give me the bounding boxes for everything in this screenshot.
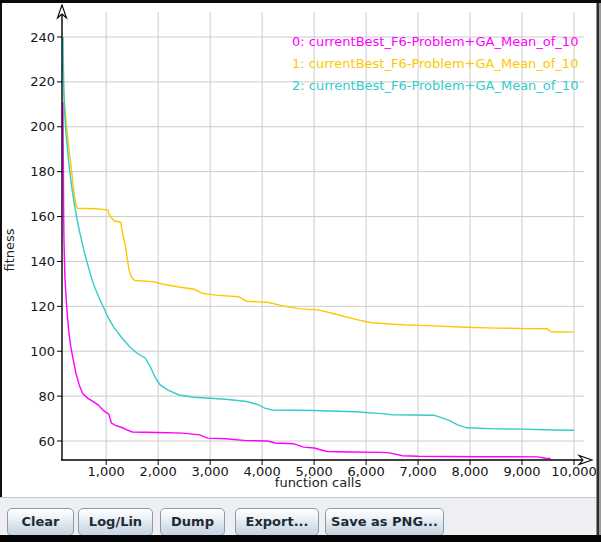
window-frame-left (0, 3, 2, 497)
y-tick-label: 240 (30, 30, 55, 45)
ticks-group: 1,0002,0003,0004,0005,0006,0007,0008,000… (30, 30, 596, 480)
chart-canvas: 1,0002,0003,0004,0005,0006,0007,0008,000… (2, 3, 596, 497)
clear-button[interactable]: Clear (7, 508, 74, 536)
series-line-2 (63, 37, 574, 430)
y-tick-label: 80 (38, 389, 55, 404)
series-group (63, 37, 574, 459)
y-tick-label: 140 (30, 254, 55, 269)
x-tick-label: 2,000 (140, 464, 177, 479)
export-button[interactable]: Export... (235, 508, 319, 536)
y-tick-label: 220 (30, 74, 55, 89)
y-tick-label: 200 (30, 119, 55, 134)
legend-item-2: 2: currentBest_F6-Problem+GA_Mean_of_10 (292, 78, 578, 93)
save-as-png-button[interactable]: Save as PNG... (325, 508, 444, 536)
y-tick-label: 160 (30, 209, 55, 224)
y-tick-label: 120 (30, 299, 55, 314)
x-tick-label: 8,000 (451, 464, 488, 479)
x-tick-label: 1,000 (88, 464, 125, 479)
x-tick-label: 7,000 (399, 464, 436, 479)
x-tick-label: 9,000 (503, 464, 540, 479)
window-frame-right (596, 3, 601, 536)
y-tick-label: 100 (30, 344, 55, 359)
legend-item-1: 1: currentBest_F6-Problem+GA_Mean_of_10 (292, 56, 578, 71)
y-axis-title: fitness (2, 228, 17, 271)
x-tick-label: 10,000 (551, 464, 596, 479)
y-tick-label: 60 (38, 434, 55, 449)
y-tick-label: 180 (30, 164, 55, 179)
chart-panel: 1,0002,0003,0004,0005,0006,0007,0008,000… (2, 3, 596, 497)
series-line-1 (63, 64, 574, 332)
dump-button[interactable]: Dump (160, 508, 225, 536)
plot-window: 1,0002,0003,0004,0005,0006,0007,0008,000… (0, 0, 601, 542)
window-frame-top (0, 0, 601, 3)
x-tick-label: 3,000 (192, 464, 229, 479)
log-lin-button[interactable]: Log/Lin (78, 508, 153, 536)
x-axis-title: function calls (275, 475, 362, 490)
window-frame-bottom (0, 535, 601, 542)
legend-item-0: 0: currentBest_F6-Problem+GA_Mean_of_10 (292, 34, 578, 49)
